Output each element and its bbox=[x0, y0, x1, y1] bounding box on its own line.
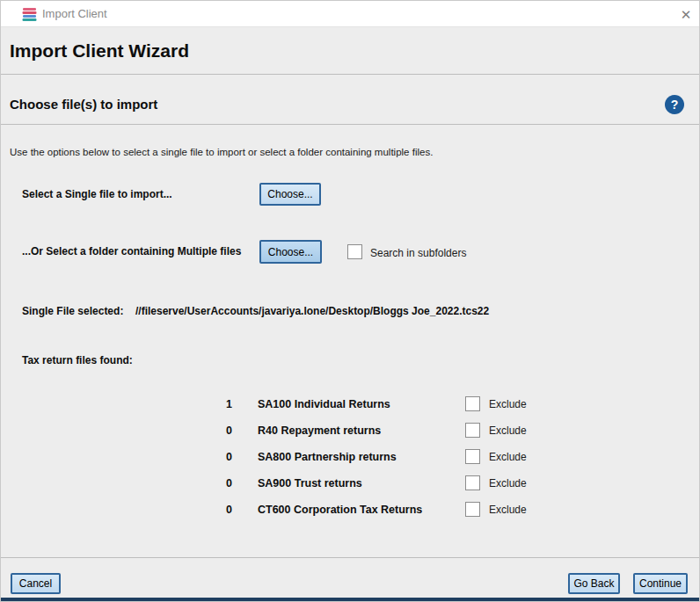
return-type-label: R40 Repayment returns bbox=[258, 424, 381, 437]
single-file-label: Select a Single file to import... bbox=[22, 188, 172, 200]
exclude-checkbox[interactable] bbox=[465, 475, 480, 490]
return-type-label: SA100 Individual Returns bbox=[258, 398, 390, 410]
intro-text: Use the options below to select a single… bbox=[10, 147, 433, 157]
page-title: Import Client Wizard bbox=[10, 40, 189, 62]
file-count: 0 bbox=[226, 424, 232, 437]
exclude-label: Exclude bbox=[489, 398, 527, 410]
continue-button[interactable]: Continue bbox=[633, 573, 688, 594]
step-title: Choose file(s) to import bbox=[10, 97, 157, 112]
tax-return-row: 0 SA900 Trust returns Exclude bbox=[1, 475, 699, 493]
return-type-label: SA900 Trust returns bbox=[258, 477, 362, 490]
exclude-checkbox[interactable] bbox=[465, 396, 480, 411]
selected-file-path: //fileserve/UserAccounts/javariya.lone/D… bbox=[135, 305, 489, 317]
return-type-label: SA800 Partnership returns bbox=[258, 451, 397, 463]
tax-return-row: 0 CT600 Corporation Tax Returns Exclude bbox=[1, 502, 699, 519]
cancel-button[interactable]: Cancel bbox=[11, 573, 61, 594]
exclude-checkbox[interactable] bbox=[465, 449, 480, 464]
search-subfolders-checkbox[interactable] bbox=[347, 244, 362, 259]
exclude-checkbox[interactable] bbox=[465, 502, 480, 517]
window-title: Import Client bbox=[42, 7, 107, 20]
divider bbox=[1, 74, 699, 75]
exclude-checkbox[interactable] bbox=[465, 423, 480, 438]
tax-return-row: 1 SA100 Individual Returns Exclude bbox=[1, 396, 699, 414]
search-subfolders-label: Search in subfolders bbox=[370, 247, 466, 259]
folder-label: ...Or Select a folder containing Multipl… bbox=[22, 245, 241, 257]
file-count: 1 bbox=[226, 398, 232, 410]
tax-return-row: 0 SA800 Partnership returns Exclude bbox=[1, 449, 699, 467]
exclude-label: Exclude bbox=[489, 451, 527, 463]
file-count: 0 bbox=[226, 451, 232, 463]
file-count: 0 bbox=[226, 504, 232, 516]
return-type-label: CT600 Corporation Tax Returns bbox=[258, 504, 422, 516]
title-bar: Import Client ✕ bbox=[1, 1, 699, 27]
results-label: Tax return files found: bbox=[22, 354, 133, 366]
import-client-window: Import Client ✕ Import Client Wizard Cho… bbox=[0, 0, 700, 602]
bottom-accent-bar bbox=[1, 598, 699, 601]
help-icon[interactable]: ? bbox=[665, 95, 684, 114]
app-logo-icon bbox=[22, 7, 37, 22]
selected-file-label: Single File selected: bbox=[22, 305, 123, 317]
close-icon[interactable]: ✕ bbox=[678, 6, 694, 22]
choose-folder-button[interactable]: Choose... bbox=[259, 240, 322, 264]
file-count: 0 bbox=[226, 477, 232, 490]
divider bbox=[1, 557, 699, 558]
exclude-label: Exclude bbox=[489, 504, 527, 516]
go-back-button[interactable]: Go Back bbox=[568, 573, 620, 594]
divider bbox=[1, 124, 699, 125]
exclude-label: Exclude bbox=[489, 477, 527, 490]
exclude-label: Exclude bbox=[489, 424, 527, 437]
choose-single-file-button[interactable]: Choose... bbox=[259, 183, 321, 206]
tax-return-row: 0 R40 Repayment returns Exclude bbox=[1, 423, 699, 440]
